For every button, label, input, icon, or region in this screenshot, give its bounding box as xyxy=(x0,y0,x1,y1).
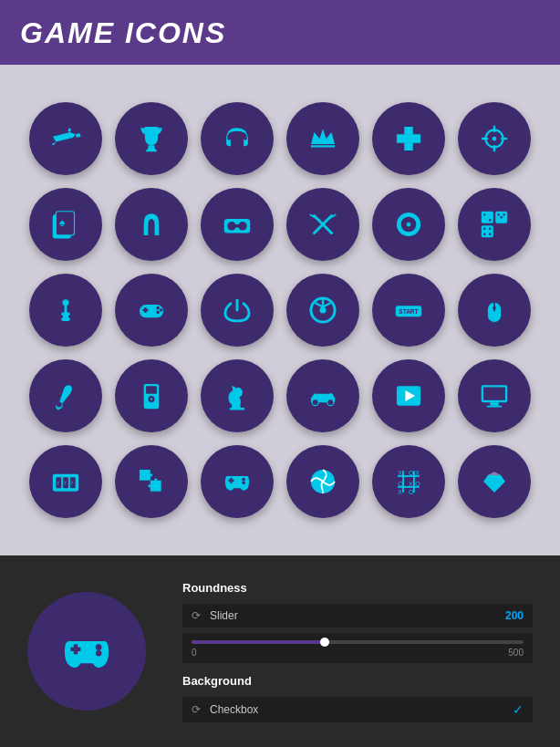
slider-icon: ⟳ xyxy=(192,609,201,622)
preview-icon-svg xyxy=(55,619,119,683)
svg-point-35 xyxy=(59,315,63,318)
icon-vr-headset[interactable] xyxy=(201,188,274,261)
icon-dice[interactable] xyxy=(458,188,531,261)
svg-text:O: O xyxy=(409,470,414,477)
icon-joystick[interactable] xyxy=(29,274,102,347)
svg-point-19 xyxy=(407,223,411,227)
bottom-panel: Roundness ⟳ Slider 200 0 500 Background … xyxy=(0,555,560,747)
checkbox-checkmark[interactable]: ✓ xyxy=(513,702,524,717)
svg-point-26 xyxy=(501,216,503,218)
checkbox-icon: ⟳ xyxy=(192,703,201,716)
icon-tic-tac-toe[interactable]: XOXOXOXO xyxy=(372,445,445,518)
slider-fill xyxy=(192,640,325,644)
icon-guitar[interactable] xyxy=(29,359,102,432)
slider-value: 200 xyxy=(496,609,524,622)
slider-label: Slider xyxy=(210,609,487,622)
svg-rect-64 xyxy=(483,388,505,400)
svg-rect-66 xyxy=(487,406,503,408)
svg-point-40 xyxy=(156,306,160,310)
svg-point-21 xyxy=(483,213,485,215)
svg-rect-55 xyxy=(146,386,157,393)
icon-play-button[interactable] xyxy=(372,359,445,432)
icon-beach-ball[interactable] xyxy=(286,445,359,518)
slider-track[interactable] xyxy=(192,640,524,644)
icon-mp3-player[interactable] xyxy=(115,359,188,432)
svg-text:X: X xyxy=(415,470,420,477)
icon-chess-knight[interactable] xyxy=(201,359,274,432)
svg-point-76 xyxy=(242,478,245,482)
icon-swords[interactable] xyxy=(286,188,359,261)
icon-playing-cards[interactable]: ♠ xyxy=(29,188,102,261)
svg-text:X: X xyxy=(398,489,402,496)
icon-gem[interactable] xyxy=(458,445,531,518)
icon-trophy[interactable] xyxy=(115,102,188,175)
icon-steering-wheel[interactable] xyxy=(286,274,359,347)
svg-point-42 xyxy=(156,311,160,315)
svg-line-47 xyxy=(323,303,330,306)
svg-rect-20 xyxy=(482,212,493,223)
icon-gamepad[interactable] xyxy=(115,274,188,347)
slider-row: ⟳ Slider 200 xyxy=(182,604,533,628)
slider-thumb[interactable] xyxy=(320,638,329,647)
slider-labels: 0 500 xyxy=(192,648,524,658)
svg-text:O: O xyxy=(409,489,414,496)
slider-min-label: 0 xyxy=(192,648,197,658)
icon-puzzle[interactable] xyxy=(115,445,188,518)
icon-power-button[interactable] xyxy=(201,274,274,347)
icon-crosshair[interactable] xyxy=(458,102,531,175)
icon-monitor[interactable] xyxy=(458,359,531,432)
icon-mouse[interactable] xyxy=(458,274,531,347)
page-title: GAME ICONS xyxy=(20,16,540,50)
svg-rect-12 xyxy=(233,224,240,228)
icon-horseshoe[interactable] xyxy=(115,188,188,261)
svg-point-44 xyxy=(319,306,326,313)
svg-point-29 xyxy=(489,228,491,230)
svg-text:START: START xyxy=(399,308,418,315)
roundness-section-title: Roundness xyxy=(182,581,533,595)
svg-point-96 xyxy=(96,650,102,657)
icon-disc[interactable] xyxy=(372,188,445,261)
svg-point-57 xyxy=(150,398,152,399)
svg-text:7: 7 xyxy=(57,481,59,486)
icon-racing-car[interactable] xyxy=(286,359,359,432)
icon-gamepad2[interactable] xyxy=(201,445,274,518)
svg-point-36 xyxy=(68,315,72,318)
svg-point-41 xyxy=(160,308,163,312)
main-container: GAME ICONS ♠ xyxy=(0,0,560,747)
icon-dpad[interactable] xyxy=(372,102,445,175)
icons-grid: ♠ xyxy=(29,102,531,518)
icon-start-button[interactable]: START xyxy=(372,274,445,347)
background-section-title: Background xyxy=(182,674,533,688)
svg-point-95 xyxy=(96,644,102,650)
slider-max-label: 500 xyxy=(508,648,524,658)
checkbox-row[interactable]: ⟳ Checkbox ✓ xyxy=(182,697,533,722)
svg-point-30 xyxy=(483,233,485,235)
svg-point-28 xyxy=(483,228,485,230)
svg-point-31 xyxy=(489,233,491,235)
svg-point-59 xyxy=(312,399,318,406)
svg-point-24 xyxy=(498,213,500,215)
svg-point-22 xyxy=(489,219,491,221)
svg-point-34 xyxy=(62,299,68,306)
svg-rect-58 xyxy=(230,408,245,410)
svg-rect-27 xyxy=(482,225,493,237)
svg-text:X: X xyxy=(409,481,413,488)
svg-line-46 xyxy=(316,303,323,306)
svg-text:7: 7 xyxy=(64,481,67,486)
icon-ray-gun[interactable] xyxy=(29,102,102,175)
svg-point-77 xyxy=(242,481,245,484)
svg-rect-39 xyxy=(144,307,146,313)
slider-container[interactable]: 0 500 xyxy=(182,633,533,663)
svg-point-1 xyxy=(493,137,497,141)
preview-icon-circle xyxy=(27,592,146,711)
icon-slot-machine[interactable]: 777 xyxy=(29,445,102,518)
svg-marker-91 xyxy=(483,475,505,493)
icon-headphones[interactable] xyxy=(201,102,274,175)
svg-point-53 xyxy=(57,402,62,408)
icon-crown[interactable] xyxy=(286,102,359,175)
svg-text:♠: ♠ xyxy=(59,216,65,229)
svg-text:X: X xyxy=(398,470,402,477)
svg-point-60 xyxy=(327,399,334,406)
svg-rect-94 xyxy=(74,644,78,654)
controls-panel: Roundness ⟳ Slider 200 0 500 Background … xyxy=(182,581,533,722)
